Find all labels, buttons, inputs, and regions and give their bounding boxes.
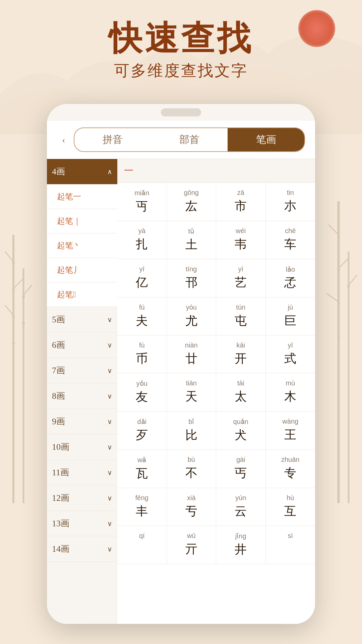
char-cell[interactable]: yī亿 <box>117 259 167 298</box>
char-cell[interactable]: wǎ瓦 <box>117 450 167 488</box>
char-cell[interactable]: yì艺 <box>216 259 266 298</box>
char-cell[interactable]: hù互 <box>266 488 315 526</box>
sidebar-item-qibi4[interactable]: 起笔丿 <box>47 258 117 282</box>
char-pinyin: mù <box>269 379 312 387</box>
char-hanzi: 扎 <box>121 236 163 253</box>
char-cell[interactable]: bù不 <box>167 450 217 488</box>
char-cell[interactable]: tin朩 <box>266 183 315 221</box>
char-cell[interactable]: wàng王 <box>266 412 315 450</box>
sidebar-label-8hua: 8画 <box>52 390 65 402</box>
svg-line-9 <box>13 278 23 288</box>
char-hanzi: 天 <box>170 388 213 405</box>
char-hanzi: 亿 <box>121 274 163 291</box>
sidebar-item-13hua[interactable]: 13画 ∨ <box>47 511 117 536</box>
sidebar-item-qibi1[interactable]: 起笔一 <box>47 184 117 209</box>
tabs-container: 拼音 部首 笔画 <box>74 127 305 152</box>
sidebar-label-13hua: 13画 <box>52 518 69 529</box>
sidebar-label-qibi5: 起笔𠃋 <box>57 289 76 300</box>
sidebar-item-6hua[interactable]: 6画 ∨ <box>47 332 117 358</box>
char-hanzi: 夫 <box>121 313 163 329</box>
char-pinyin: miǎn <box>121 189 163 197</box>
char-cell[interactable]: fú币 <box>117 335 167 373</box>
main-layout: 4画 ∧ 起笔一 起笔｜ 起笔丶 起笔丿 起笔𠃋 <box>47 159 315 624</box>
sidebar-item-10hua[interactable]: 10画 ∨ <box>47 434 117 460</box>
char-cell[interactable]: tún屯 <box>216 298 266 335</box>
char-hanzi: 巨 <box>269 313 312 329</box>
char-cell[interactable]: fēng丰 <box>117 488 167 526</box>
sidebar-item-qibi3[interactable]: 起笔丶 <box>47 233 117 258</box>
char-cell[interactable]: tiān天 <box>167 373 217 412</box>
char-cell[interactable]: wéi韦 <box>216 221 266 259</box>
char-hanzi: 厷 <box>170 198 213 214</box>
sidebar-item-9hua[interactable]: 9画 ∨ <box>47 409 117 434</box>
char-hanzi: 王 <box>269 427 312 443</box>
char-cell[interactable]: mù木 <box>266 373 315 412</box>
char-cell[interactable]: yà扎 <box>117 221 167 259</box>
tab-bihua[interactable]: 笔画 <box>228 128 304 151</box>
svg-rect-18 <box>347 285 350 288</box>
char-cell[interactable]: wū亓 <box>167 526 217 564</box>
char-cell[interactable]: gài丐 <box>216 450 266 488</box>
svg-line-11 <box>23 285 32 295</box>
char-cell[interactable]: zā市 <box>216 183 266 221</box>
char-cell[interactable]: tíng邗 <box>167 259 217 298</box>
char-hanzi: 朩 <box>269 198 312 214</box>
char-pinyin: yì <box>220 265 262 273</box>
char-cell[interactable]: yī式 <box>266 335 315 373</box>
char-cell[interactable]: bǐ比 <box>167 412 217 450</box>
char-hanzi: 开 <box>220 351 262 367</box>
sidebar-item-12hua[interactable]: 12画 ∨ <box>47 485 117 511</box>
chevron-down-icon-6: ∨ <box>107 341 112 349</box>
char-cell[interactable]: miǎn丏 <box>117 183 167 221</box>
char-cell[interactable]: zhuān专 <box>266 450 315 488</box>
char-cell[interactable]: kāi开 <box>216 335 266 373</box>
char-cell[interactable]: yún云 <box>216 488 266 526</box>
char-pinyin: bǐ <box>170 418 213 426</box>
sidebar-item-4hua[interactable]: 4画 ∧ <box>47 159 117 184</box>
sidebar-item-7hua[interactable]: 7画 ∨ <box>47 358 117 383</box>
char-pinyin: wéi <box>220 227 262 235</box>
char-cell[interactable]: tài太 <box>216 373 266 412</box>
svg-rect-3 <box>12 288 15 291</box>
back-button[interactable]: ‹ <box>57 133 70 147</box>
sidebar-item-qibi5[interactable]: 起笔𠃋 <box>47 282 117 307</box>
character-grid: miǎn丏gōng厷zā市tin朩yà扎tǔ土wéi韦chē车yī亿tíng邗y… <box>117 183 315 564</box>
char-cell[interactable]: chē车 <box>266 221 315 259</box>
char-cell[interactable]: fú夫 <box>117 298 167 335</box>
char-cell[interactable]: dǎi歹 <box>117 412 167 450</box>
char-cell[interactable]: yǒu友 <box>117 373 167 412</box>
char-cell[interactable]: lǎo孞 <box>266 259 315 298</box>
tab-bushou[interactable]: 部首 <box>151 128 228 151</box>
char-pinyin: dǎi <box>121 418 163 426</box>
chevron-down-icon-12: ∨ <box>107 494 112 502</box>
char-pinyin: yī <box>269 341 312 349</box>
char-cell[interactable]: niàn廿 <box>167 335 217 373</box>
sidebar-item-5hua[interactable]: 5画 ∨ <box>47 307 117 332</box>
char-cell[interactable]: jù巨 <box>266 298 315 335</box>
char-cell[interactable]: yóu尤 <box>167 298 217 335</box>
char-pinyin: quǎn <box>220 418 262 426</box>
svg-line-19 <box>328 225 339 235</box>
char-cell[interactable]: tǔ土 <box>167 221 217 259</box>
sidebar-item-qibi2[interactable]: 起笔｜ <box>47 209 117 233</box>
char-cell[interactable]: gōng厷 <box>167 183 217 221</box>
char-hanzi: 丏 <box>121 198 163 215</box>
char-hanzi: 尤 <box>170 313 213 329</box>
char-hanzi: 式 <box>269 351 312 367</box>
char-cell[interactable]: jǐng井 <box>216 526 266 564</box>
char-cell[interactable]: quǎn犬 <box>216 412 266 450</box>
char-cell[interactable]: sì <box>266 526 315 564</box>
char-cell[interactable]: xià亐 <box>167 488 217 526</box>
sidebar-item-14hua[interactable]: 14画 ∨ <box>47 536 117 562</box>
sidebar-item-8hua[interactable]: 8画 ∨ <box>47 383 117 409</box>
tab-pinyin[interactable]: 拼音 <box>74 128 151 151</box>
sidebar-item-11hua[interactable]: 11画 ∨ <box>47 460 117 485</box>
tab-bar: ‹ 拼音 部首 笔画 <box>47 121 315 159</box>
chevron-down-icon-9: ∨ <box>107 418 112 426</box>
chevron-down-icon-11: ∨ <box>107 469 112 477</box>
char-cell[interactable]: qí <box>117 526 167 564</box>
chevron-down-icon-14: ∨ <box>107 545 112 553</box>
chevron-down-icon-7: ∨ <box>107 367 112 375</box>
char-hanzi: 木 <box>269 388 312 405</box>
sidebar-label-qibi3: 起笔丶 <box>57 240 81 251</box>
